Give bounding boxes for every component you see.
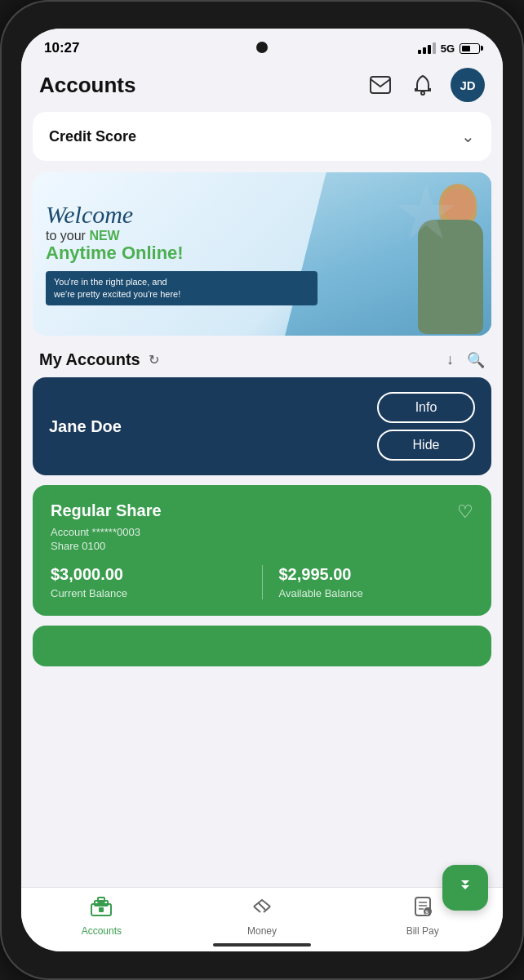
info-button[interactable]: Info [377, 392, 475, 423]
current-balance-label: Current Balance [51, 587, 246, 599]
spacer [21, 676, 503, 693]
money-nav-label: Money [247, 925, 277, 937]
banner-anytime-text: Anytime Online! [46, 243, 318, 263]
page-title: Accounts [39, 73, 135, 98]
banner-new-text: NEW [89, 229, 119, 243]
money-nav-icon [251, 896, 273, 922]
avatar[interactable]: JD [451, 68, 485, 102]
welcome-banner: Welcome to your NEW Anytime Online! You'… [33, 172, 491, 336]
svg-point-1 [421, 91, 424, 95]
network-indicator: 5G [441, 42, 455, 55]
section-header: My Accounts ↻ ↓ 🔍 [21, 347, 503, 377]
credit-score-section[interactable]: Credit Score ⌄ [33, 112, 491, 161]
account-card[interactable]: Regular Share ♡ Account ******0003 Share… [33, 485, 491, 616]
header-icons: JD [366, 68, 485, 102]
account-share: Share 0100 [51, 540, 473, 552]
home-indicator [213, 943, 311, 947]
account-number: Account ******0003 [51, 526, 473, 538]
download-icon[interactable]: ↓ [446, 351, 454, 369]
signal-icon [418, 42, 436, 54]
accounts-nav-label: Accounts [82, 925, 122, 937]
svg-line-7 [259, 903, 265, 910]
svg-marker-2 [397, 185, 455, 239]
refresh-icon[interactable]: ↻ [149, 352, 159, 368]
available-balance-label: Available Balance [279, 587, 474, 599]
battery-icon [460, 43, 480, 54]
hide-button[interactable]: Hide [377, 430, 475, 461]
search-icon[interactable]: 🔍 [467, 351, 485, 369]
bill-pay-nav-label: Bill Pay [406, 925, 439, 937]
star-decoration [393, 180, 459, 246]
bill-pay-nav-icon: $ [411, 896, 434, 922]
mail-button[interactable] [366, 70, 395, 100]
svg-rect-0 [371, 77, 390, 93]
app-header: Accounts JD [21, 61, 503, 112]
accounts-nav-icon [90, 896, 113, 922]
scroll-content[interactable]: Credit Score ⌄ Welcome to your NEW Anyti… [21, 112, 503, 887]
account-holder-buttons: Info Hide [377, 392, 475, 461]
favorite-icon[interactable]: ♡ [457, 501, 473, 523]
account-holder-name: Jane Doe [49, 417, 122, 436]
nav-item-money[interactable]: Money [182, 896, 343, 937]
account-card-partial [33, 626, 491, 666]
chevron-down-icon: ⌄ [461, 127, 475, 146]
svg-text:$: $ [425, 910, 429, 916]
phone-screen: 10:27 5G Accounts [21, 29, 503, 951]
notification-button[interactable] [408, 70, 437, 100]
available-balance-amount: $2,995.00 [279, 565, 474, 584]
nav-item-accounts[interactable]: Accounts [21, 896, 182, 937]
bottom-nav: Accounts Money [21, 887, 503, 951]
current-balance-item: $3,000.00 Current Balance [51, 565, 246, 599]
banner-subtitle: You're in the right place, andwe're pret… [46, 271, 318, 306]
battery-fill [462, 46, 470, 51]
svg-rect-6 [99, 907, 104, 912]
balance-divider [262, 565, 263, 599]
account-card-title: Regular Share [51, 501, 162, 520]
status-icons: 5G [418, 42, 480, 55]
status-time: 10:27 [44, 40, 79, 56]
account-holder-card: Jane Doe Info Hide [33, 377, 491, 475]
banner-welcome-text: Welcome [46, 203, 318, 227]
section-title: My Accounts [39, 350, 140, 369]
camera-notch [256, 42, 268, 53]
section-title-row: My Accounts ↻ [39, 350, 159, 369]
available-balance-item: $2,995.00 Available Balance [279, 565, 474, 599]
phone-frame: 10:27 5G Accounts [0, 0, 524, 980]
scroll-to-top-button[interactable] [442, 865, 488, 911]
current-balance-amount: $3,000.00 [51, 565, 246, 584]
banner-to-your-text: to your NEW [46, 229, 318, 243]
credit-score-label: Credit Score [49, 128, 136, 145]
account-card-header: Regular Share ♡ [51, 501, 473, 523]
section-actions: ↓ 🔍 [446, 351, 485, 369]
banner-content: Welcome to your NEW Anytime Online! You'… [33, 172, 331, 336]
account-balances: $3,000.00 Current Balance $2,995.00 Avai… [51, 565, 473, 599]
